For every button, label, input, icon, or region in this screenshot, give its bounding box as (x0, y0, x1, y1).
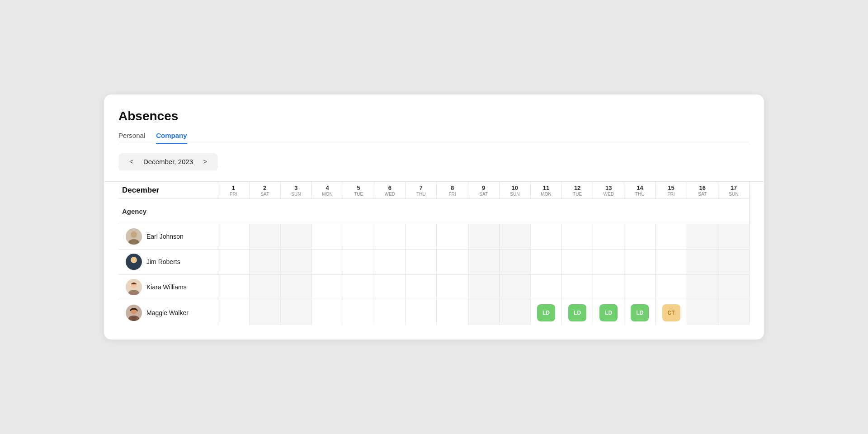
day-cell-6[interactable] (374, 249, 406, 274)
day-cell-15[interactable] (656, 249, 687, 274)
day-header-2: 2SAT (249, 182, 280, 199)
next-month-button[interactable]: > (200, 157, 210, 167)
avatar (126, 254, 142, 270)
day-cell-14[interactable]: LD (624, 300, 656, 325)
absence-badge: LD (599, 304, 618, 321)
day-cell-8[interactable] (437, 224, 468, 249)
day-cell-5[interactable] (343, 300, 374, 325)
day-cell-9[interactable] (468, 300, 499, 325)
day-cell-11[interactable] (530, 274, 561, 300)
table-row: Kiara Williams (118, 274, 750, 300)
day-cell-1[interactable] (218, 300, 249, 325)
day-header-6: 6WED (374, 182, 406, 199)
day-cell-5[interactable] (343, 224, 374, 249)
avatar (126, 305, 142, 321)
day-cell-2[interactable] (249, 224, 280, 249)
day-cell-13[interactable] (593, 274, 624, 300)
day-cell-12[interactable] (562, 249, 593, 274)
day-cell-2[interactable] (249, 249, 280, 274)
day-cell-17[interactable] (718, 274, 749, 300)
calendar-table: December 1FRI2SAT3SUN4MON5TUE6WED7THU8FR… (118, 182, 750, 326)
day-cell-11[interactable] (530, 224, 561, 249)
day-cell-10[interactable] (499, 249, 530, 274)
day-cell-7[interactable] (406, 274, 437, 300)
person-name: Maggie Walker (146, 309, 189, 316)
absences-card: Absences PersonalCompany < December, 202… (104, 94, 764, 340)
day-header-15: 15FRI (656, 182, 687, 199)
day-cell-5[interactable] (343, 274, 374, 300)
day-cell-15[interactable] (656, 224, 687, 249)
day-cell-12[interactable]: LD (562, 300, 593, 325)
day-cell-12[interactable] (562, 224, 593, 249)
day-cell-3[interactable] (280, 249, 311, 274)
day-cell-1[interactable] (218, 224, 249, 249)
day-cell-13[interactable]: LD (593, 300, 624, 325)
day-cell-17[interactable] (718, 224, 749, 249)
day-header-11: 11MON (530, 182, 561, 199)
person-cell: Maggie Walker (118, 300, 218, 325)
day-cell-9[interactable] (468, 224, 499, 249)
day-cell-6[interactable] (374, 274, 406, 300)
day-cell-2[interactable] (249, 274, 280, 300)
day-cell-8[interactable] (437, 300, 468, 325)
day-cell-10[interactable] (499, 224, 530, 249)
day-cell-7[interactable] (406, 300, 437, 325)
day-cell-16[interactable] (687, 224, 718, 249)
day-cell-9[interactable] (468, 274, 499, 300)
day-cell-1[interactable] (218, 274, 249, 300)
tab-company[interactable]: Company (156, 132, 187, 144)
person-cell: Kiara Williams (118, 274, 218, 300)
day-cell-11[interactable] (530, 249, 561, 274)
day-cell-3[interactable] (280, 224, 311, 249)
day-cell-8[interactable] (437, 249, 468, 274)
day-cell-14[interactable] (624, 224, 656, 249)
day-header-5: 5TUE (343, 182, 374, 199)
day-cell-15[interactable]: CT (656, 300, 687, 325)
day-header-17: 17SUN (718, 182, 749, 199)
group-row: Agency (118, 198, 750, 224)
absence-badge: LD (631, 304, 649, 321)
month-header: December (118, 182, 218, 199)
prev-month-button[interactable]: < (127, 157, 136, 167)
day-cell-3[interactable] (280, 274, 311, 300)
day-cell-16[interactable] (687, 300, 718, 325)
day-cell-10[interactable] (499, 274, 530, 300)
page-title: Absences (118, 109, 750, 123)
day-cell-8[interactable] (437, 274, 468, 300)
day-header-13: 13WED (593, 182, 624, 199)
day-header-8: 8FRI (437, 182, 468, 199)
day-cell-6[interactable] (374, 300, 406, 325)
day-cell-11[interactable]: LD (530, 300, 561, 325)
tab-personal[interactable]: Personal (118, 132, 145, 144)
day-cell-7[interactable] (406, 224, 437, 249)
day-cell-13[interactable] (593, 224, 624, 249)
day-cell-14[interactable] (624, 274, 656, 300)
month-nav[interactable]: < December, 2023 > (118, 153, 218, 170)
day-cell-4[interactable] (311, 224, 343, 249)
day-header-10: 10SUN (499, 182, 530, 199)
day-cell-5[interactable] (343, 249, 374, 274)
day-cell-13[interactable] (593, 249, 624, 274)
table-row: Jim Roberts (118, 249, 750, 274)
day-cell-4[interactable] (311, 249, 343, 274)
day-cell-3[interactable] (280, 300, 311, 325)
day-cell-16[interactable] (687, 274, 718, 300)
day-cell-4[interactable] (311, 300, 343, 325)
day-cell-2[interactable] (249, 300, 280, 325)
day-cell-15[interactable] (656, 274, 687, 300)
day-cell-12[interactable] (562, 274, 593, 300)
day-cell-16[interactable] (687, 249, 718, 274)
day-cell-10[interactable] (499, 300, 530, 325)
calendar-wrapper: December 1FRI2SAT3SUN4MON5TUE6WED7THU8FR… (118, 182, 750, 326)
day-cell-4[interactable] (311, 274, 343, 300)
day-cell-17[interactable] (718, 300, 749, 325)
day-cell-7[interactable] (406, 249, 437, 274)
day-cell-1[interactable] (218, 249, 249, 274)
table-row: Earl Johnson (118, 224, 750, 249)
day-cell-14[interactable] (624, 249, 656, 274)
day-header-7: 7THU (406, 182, 437, 199)
day-cell-17[interactable] (718, 249, 749, 274)
day-cell-6[interactable] (374, 224, 406, 249)
day-cell-9[interactable] (468, 249, 499, 274)
avatar (126, 228, 142, 245)
